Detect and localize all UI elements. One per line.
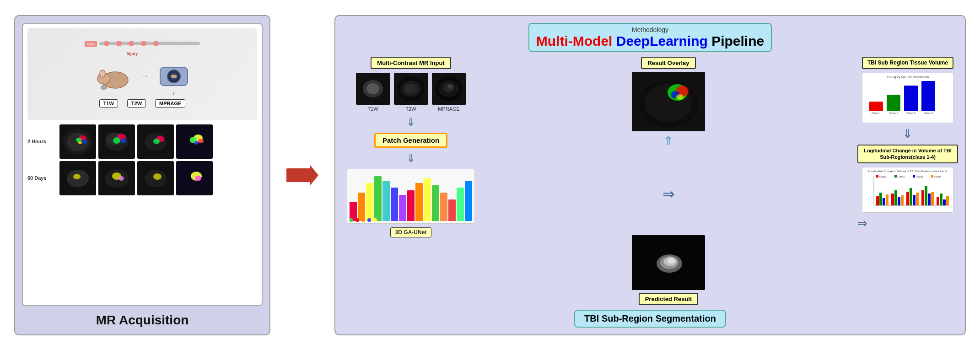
right-arrow-icon: ⇒ xyxy=(662,185,675,203)
svg-point-36 xyxy=(118,176,124,181)
svg-rect-74 xyxy=(906,192,909,205)
bar-13 xyxy=(448,199,456,221)
tbi-bar-class2: Class 2 xyxy=(887,95,900,114)
bar-8 xyxy=(407,190,415,221)
title-red: Multi-Model xyxy=(536,33,616,48)
tbi-chart: TBI Injury Volume Distribution Class 1 C… xyxy=(862,73,953,123)
t1w-wrapper: T1W xyxy=(356,73,390,112)
acquisition-diagram: Day1 Injury ↓ xyxy=(27,28,257,120)
svg-rect-73 xyxy=(901,195,904,205)
mri-setup: → ⇓ xyxy=(95,63,190,90)
mouse-timeline: Day1 xyxy=(85,41,200,47)
t1w-label-left: T1W xyxy=(99,99,118,108)
svg-rect-4 xyxy=(101,86,107,89)
tbi-bar-3 xyxy=(904,86,918,111)
methodology-main-title: Multi-Model DeepLearning Pipeline xyxy=(536,33,764,49)
tbi-bar-2 xyxy=(887,95,900,111)
scan-row-60days: 60 Days xyxy=(27,161,257,195)
brain-scan-60d-colored xyxy=(176,161,213,195)
methodology-title: Methodology Multi-Model DeepLearning Pip… xyxy=(528,23,772,52)
tbi-bar-class3: Class 3 xyxy=(904,86,918,114)
svg-text:Class2: Class2 xyxy=(898,175,905,178)
svg-point-13 xyxy=(82,140,87,144)
svg-rect-72 xyxy=(898,197,900,205)
t1w-label: T1W xyxy=(367,106,378,112)
bar-7 xyxy=(399,195,406,221)
tbi-bar-1 xyxy=(869,102,883,111)
svg-rect-67 xyxy=(879,193,882,205)
methodology-subtitle: Methodology xyxy=(536,26,764,33)
tbi-bar-label-2: Class 2 xyxy=(889,112,898,114)
result-overlay-section: Result Overlay ⇑ xyxy=(632,57,705,148)
tbi-bar-label-3: Class 3 xyxy=(906,112,915,114)
longitudinal-chart: Longitudinal Change in Volume of TBI Sub… xyxy=(862,167,953,213)
arrow-down-tbi: ⇓ xyxy=(903,127,913,141)
brain-scan-60d-2 xyxy=(98,161,135,195)
t2w-label-left: T2W xyxy=(127,99,146,108)
svg-rect-70 xyxy=(891,194,894,205)
svg-rect-77 xyxy=(916,193,919,205)
svg-point-14 xyxy=(78,141,82,144)
svg-rect-92 xyxy=(931,175,933,178)
svg-point-2 xyxy=(100,70,105,77)
svg-rect-86 xyxy=(876,175,878,178)
svg-point-29 xyxy=(194,141,199,145)
ga-unet-label: 3D GA-UNet xyxy=(390,227,432,237)
injury-label: Injury xyxy=(127,51,138,56)
svg-point-42 xyxy=(195,176,201,181)
tbi-bar-class4: Class 4 xyxy=(921,81,935,114)
diagram-placeholder: Day1 Injury ↓ xyxy=(27,28,257,120)
tbi-chart-title: TBI Injury Volume Distribution xyxy=(865,75,951,79)
brain-scan-60d-1 xyxy=(59,161,96,195)
svg-point-24 xyxy=(153,139,160,144)
svg-rect-76 xyxy=(913,195,915,205)
right-panel: Methodology Multi-Model DeepLearning Pip… xyxy=(334,15,966,335)
ga-unet-chart xyxy=(347,169,475,224)
predicted-result-img xyxy=(632,235,705,290)
svg-rect-85 xyxy=(946,196,949,205)
svg-rect-66 xyxy=(876,196,879,205)
bar-4 xyxy=(374,176,382,221)
predicted-result-label: Predicted Result xyxy=(639,293,699,305)
result-overlay-label: Result Overlay xyxy=(641,57,695,69)
predicted-result-section: Predicted Result xyxy=(632,235,705,305)
brain-scan-2h-3 xyxy=(137,124,174,159)
svg-point-28 xyxy=(198,139,204,143)
bar-5 xyxy=(382,181,390,221)
t2w-label: T2W xyxy=(405,106,416,112)
bar-15 xyxy=(465,181,472,221)
t2w-brain-img xyxy=(394,73,428,105)
multi-contrast-label: Multi-Contrast MR Input xyxy=(371,57,451,69)
svg-point-63 xyxy=(668,258,675,264)
svg-rect-90 xyxy=(913,175,915,178)
bar-12 xyxy=(440,193,447,221)
svg-point-19 xyxy=(113,137,120,144)
tbi-bar-label-4: Class 4 xyxy=(924,112,933,114)
svg-point-20 xyxy=(121,139,126,143)
title-blue: DeepLearning xyxy=(616,33,708,48)
mprage-wrapper: MPRAGE xyxy=(432,73,466,112)
arrow-down-1: ⇓ xyxy=(404,115,418,129)
bar-9 xyxy=(415,183,423,221)
svg-text:Class4: Class4 xyxy=(934,175,942,178)
tbi-bar-class1: Class 1 xyxy=(869,102,883,114)
modality-labels-left: T1W T2W MPRAGE xyxy=(99,99,186,108)
tbi-bar-4 xyxy=(921,81,935,111)
brain-scans-section: 2 Hours xyxy=(27,124,257,195)
brain-scan-2h-1 xyxy=(59,124,96,159)
row-label-60days: 60 Days xyxy=(27,175,57,181)
svg-point-58 xyxy=(676,94,684,100)
bottom-label: TBI Sub-Region Segmentation xyxy=(574,310,726,328)
tbi-bars: Class 1 Class 2 Class 3 Class 4 xyxy=(865,80,951,114)
svg-point-39 xyxy=(153,173,162,180)
svg-rect-78 xyxy=(921,190,924,205)
svg-rect-68 xyxy=(883,198,885,205)
bar-14 xyxy=(457,188,464,221)
svg-point-48 xyxy=(404,84,417,94)
row-label-2hours: 2 Hours xyxy=(27,139,57,144)
svg-rect-75 xyxy=(910,188,912,205)
pipeline-middle: Result Overlay ⇑ xyxy=(484,57,853,305)
tbi-bar-label-1: Class 1 xyxy=(872,112,881,114)
pipeline-left: Multi-Contrast MR Input T1W xyxy=(342,57,479,305)
arrow-down-2: ⇓ xyxy=(404,151,418,165)
